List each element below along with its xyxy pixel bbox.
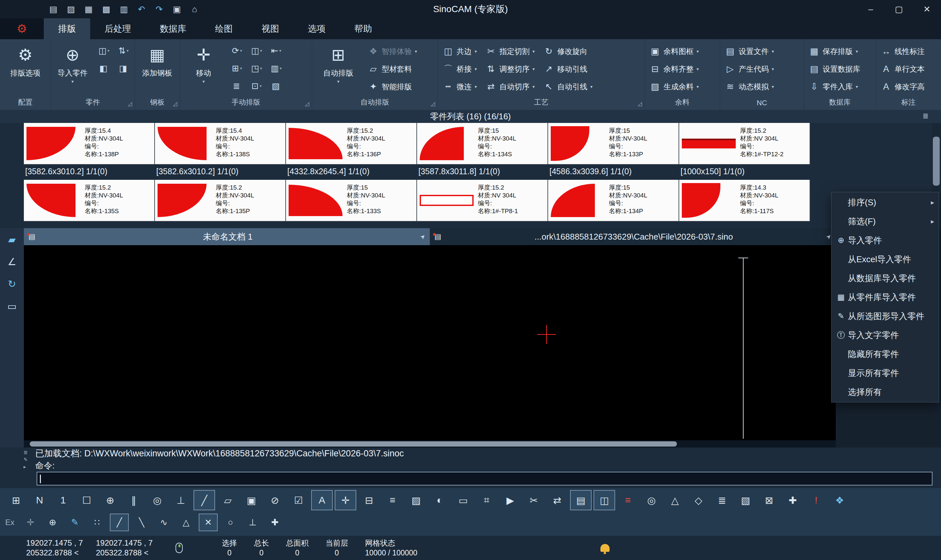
maximize-button[interactable]: ▢ <box>885 0 913 18</box>
toolbar-toggle-button[interactable]: ▧ <box>735 490 756 510</box>
ribbon-small-button[interactable]: ⇄ 自动切序 ▾ <box>483 78 537 95</box>
ribbon-small-button[interactable]: ✦ 智能排版 <box>365 78 420 95</box>
quick-access-button[interactable]: ▩ <box>99 2 114 16</box>
ribbon-small-button[interactable]: ⇅ 调整切序 ▾ <box>483 60 537 78</box>
toolbar-toggle-button[interactable]: ≡ <box>382 490 403 510</box>
gutter-icon[interactable]: ✎ <box>23 457 28 463</box>
notification-bell-icon[interactable] <box>600 544 610 552</box>
context-menu-item[interactable]: 排序(S) ▸ <box>832 193 939 212</box>
snap-toggle-button[interactable]: ∷ <box>88 514 106 531</box>
layout-options-button[interactable]: ⚙ 排版选项 <box>2 43 49 95</box>
toolbar-toggle-button[interactable]: ╱ <box>194 490 215 510</box>
toolbar-toggle-button[interactable]: ☑ <box>288 490 309 510</box>
import-part-button[interactable]: ⊕ 导入零件 ▾ <box>53 43 92 95</box>
toolbar-toggle-button[interactable]: N <box>29 490 50 510</box>
toolbar-toggle-button[interactable]: ⌗ <box>476 490 497 510</box>
ribbon-tab[interactable]: 帮助 <box>340 18 386 39</box>
toolbar-toggle-button[interactable]: ▭ <box>452 490 474 510</box>
ribbon-tab[interactable]: 选项 <box>294 18 340 39</box>
toolbar-toggle-button[interactable]: ◇ <box>688 490 709 510</box>
ribbon-tab[interactable]: 后处理 <box>90 18 145 39</box>
toolbar-toggle-button[interactable]: ◫ <box>594 490 615 510</box>
group-launcher-icon[interactable]: ◿ <box>305 100 309 107</box>
toolbar-toggle-button[interactable]: ◐ <box>429 490 451 510</box>
manual-nest-tool-button[interactable]: ⟳ ▾ <box>228 43 246 59</box>
ribbon-small-button[interactable]: ▱ 型材套料 <box>365 60 420 78</box>
snap-toggle-button[interactable]: ⊥ <box>243 514 262 531</box>
quick-access-button[interactable]: ↷ <box>152 2 167 16</box>
parts-tool-button[interactable]: ⇅ ▾ <box>114 43 133 59</box>
drawing-canvas[interactable] <box>24 245 836 440</box>
toolbar-toggle-button[interactable]: ⊕ <box>99 490 121 510</box>
parts-tool-button[interactable]: ◫ ▾ <box>95 43 113 59</box>
manual-nest-tool-button[interactable]: ◫ ▾ <box>248 43 266 59</box>
toolbar-toggle-button[interactable]: ▱ <box>217 490 238 510</box>
context-menu-item[interactable]: 从数据库导入零件 <box>832 269 939 288</box>
toolbar-toggle-button[interactable]: ◎ <box>146 490 168 510</box>
part-thumbnail[interactable]: 厚度:15.2 材质:NV 304L 编号: 名称:1#-TP12-2 <box>679 123 810 165</box>
auto-nest-button[interactable]: ⊞ 自动排版 ▾ <box>314 43 363 95</box>
part-thumbnail[interactable]: 厚度:15 材质:NV-304L 编号: 名称:1-134P <box>548 180 679 222</box>
quick-access-button[interactable]: ▥ <box>116 2 131 16</box>
context-menu-item[interactable]: ✎ 从所选图形导入零件 <box>832 307 939 326</box>
toolbar-toggle-button[interactable]: ✚ <box>782 490 803 510</box>
ribbon-small-button[interactable]: ┅ 微连 ▾ <box>440 78 480 95</box>
manual-nest-tool-button[interactable]: ▧ <box>267 78 285 94</box>
part-thumbnail[interactable]: 厚度:15.2 材质:NV-304L 编号: 名称:1-136P <box>286 123 417 165</box>
ribbon-small-button[interactable]: ↔ 线性标注 <box>878 43 930 60</box>
quick-access-button[interactable]: ↶ <box>134 2 149 16</box>
snap-toggle-button[interactable]: ✛ <box>21 514 40 531</box>
snap-toggle-button[interactable]: ∿ <box>154 514 173 531</box>
quick-access-button[interactable]: ▨ <box>63 2 78 16</box>
drawing-tool-button[interactable]: ▭ <box>4 299 20 313</box>
ribbon-small-button[interactable]: ▣ 余料图框 ▾ <box>647 43 701 60</box>
drawing-tool-button[interactable]: ↻ <box>4 277 20 291</box>
drawing-tool-button[interactable]: ∠ <box>4 254 20 269</box>
manual-nest-tool-button[interactable]: ⊡ ▾ <box>248 78 266 94</box>
ribbon-small-button[interactable]: ▦ 保存排版 ▾ <box>806 43 866 60</box>
ribbon-small-button[interactable]: ❖ 智排体验 ▾ <box>365 43 420 60</box>
part-thumbnail[interactable]: 厚度:15 材质:NV-304L 编号: 名称:1-133S <box>286 180 417 222</box>
snap-toggle-button[interactable]: ✎ <box>65 514 84 531</box>
toolbar-toggle-button[interactable]: ☐ <box>76 490 97 510</box>
group-launcher-icon[interactable]: ◿ <box>128 100 132 107</box>
toolbar-toggle-button[interactable]: ⊠ <box>758 490 780 510</box>
gutter-icon[interactable]: ≣ <box>23 449 28 455</box>
part-thumbnail[interactable]: 厚度:15.2 材质:NV 304L 编号: 名称:1#-TP8-1 <box>417 180 548 222</box>
snap-toggle-button[interactable]: ╱ <box>110 514 129 531</box>
toolbar-toggle-button[interactable]: ∥ <box>123 490 145 510</box>
parts-scrollbar-thumb[interactable] <box>933 137 940 186</box>
pin-icon[interactable]: ➤ <box>418 232 427 241</box>
quick-access-button[interactable]: ▦ <box>81 2 96 16</box>
toolbar-toggle-button[interactable]: ✛ <box>335 490 356 510</box>
ribbon-small-button[interactable]: ◫ 共边 ▾ <box>440 43 480 60</box>
snap-toggle-button[interactable]: ╲ <box>132 514 151 531</box>
ribbon-small-button[interactable]: A 单行文本 <box>878 60 930 78</box>
parts-tool-button[interactable]: ◨ <box>114 60 133 77</box>
toolbar-toggle-button[interactable]: ▣ <box>241 490 262 510</box>
manual-nest-tool-button[interactable]: ⊞ ▾ <box>228 60 246 77</box>
ribbon-tab[interactable]: 绘图 <box>201 18 247 39</box>
part-thumbnail[interactable]: 厚度:15 材质:NV-304L 编号: 名称:1-133P <box>548 123 679 165</box>
snap-toggle-button[interactable]: △ <box>177 514 195 531</box>
snap-toggle-button[interactable]: ○ <box>221 514 240 531</box>
ribbon-small-button[interactable]: ↗ 移动引线 <box>541 60 595 78</box>
context-menu-item[interactable]: 从Excel导入零件 <box>832 250 939 269</box>
canvas-horizontal-scrollbar[interactable] <box>24 440 836 448</box>
manual-nest-tool-button[interactable]: ▥ ▾ <box>267 60 285 77</box>
command-input[interactable] <box>37 472 932 485</box>
toolbar-toggle-button[interactable]: ⊞ <box>5 490 27 510</box>
ribbon-tab[interactable]: 排版 <box>44 18 90 39</box>
toolbar-toggle-button[interactable]: ▤ <box>570 490 592 510</box>
toolbar-toggle-button[interactable]: ◎ <box>641 490 662 510</box>
document-tab-active-file[interactable]: ▤ ...ork\1688858126733629\Cache\File\202… <box>430 228 836 245</box>
ribbon-small-button[interactable]: ▨ 生成余料 ▾ <box>647 78 701 95</box>
minimize-button[interactable]: – <box>857 0 885 18</box>
context-menu-item[interactable]: 选择所有 <box>832 383 939 402</box>
context-menu-item[interactable]: 筛选(F) ▸ <box>832 212 939 231</box>
gutter-icon[interactable]: ▸ <box>23 464 28 470</box>
close-button[interactable]: ✕ <box>913 0 941 18</box>
toolbar-toggle-button[interactable]: ❖ <box>829 490 850 510</box>
ribbon-small-button[interactable]: ▤ 设置数据库 <box>806 60 866 78</box>
toolbar-toggle-button[interactable]: ▨ <box>405 490 427 510</box>
